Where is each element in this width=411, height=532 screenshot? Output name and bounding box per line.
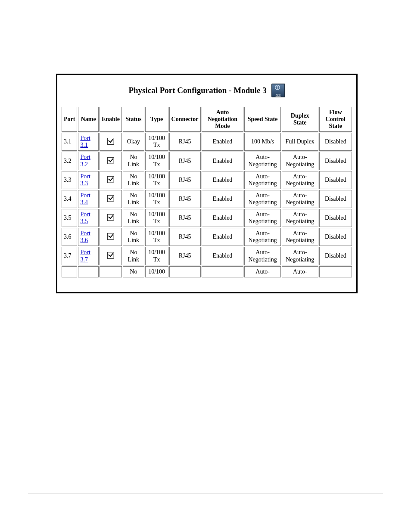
cell-duplex: Auto-Negotiating (282, 247, 318, 265)
cell-auto-neg: Enabled (202, 152, 244, 170)
cell-speed: Auto-Negotiating (244, 247, 281, 265)
cell-speed: Auto-Negotiating (244, 209, 281, 227)
cell-enable (100, 247, 122, 265)
cell-connector: RJ45 (169, 209, 201, 227)
cell-connector: RJ45 (169, 190, 201, 208)
col-speed: Speed State (244, 107, 281, 132)
table-row: No10/100Auto-Auto- (62, 266, 352, 277)
cell-status: Okay (123, 133, 144, 151)
enable-checkbox[interactable] (107, 233, 114, 240)
table-row: 3.1Port 3.1Okay10/100 TxRJ45Enabled100 M… (62, 133, 352, 151)
port-link[interactable]: Port 3.5 (80, 211, 90, 224)
table-row: 3.7Port 3.7No Link10/100 TxRJ45EnabledAu… (62, 247, 352, 265)
cell-status: No Link (123, 209, 144, 227)
col-type: Type (145, 107, 168, 132)
cell-type: 10/100 Tx (145, 228, 168, 246)
cell-speed: Auto-Negotiating (244, 152, 281, 170)
cell-enable (100, 209, 122, 227)
cell-auto-neg: Enabled (202, 209, 244, 227)
cell-speed: Auto-Negotiating (244, 171, 281, 189)
cell-connector: RJ45 (169, 228, 201, 246)
table-scroll-area: Port Name Enable Status Type Connector A… (57, 106, 356, 292)
cell-status: No Link (123, 228, 144, 246)
cell-connector (169, 266, 201, 277)
cell-enable (100, 266, 122, 277)
cell-duplex: Auto- (282, 266, 318, 277)
cell-name: Port 3.3 (78, 171, 98, 189)
cell-type: 10/100 Tx (145, 133, 168, 151)
cell-type: 10/100 Tx (145, 152, 168, 170)
enable-checkbox[interactable] (107, 195, 114, 202)
cell-enable (100, 171, 122, 189)
cell-auto-neg: Enabled (202, 190, 244, 208)
port-link[interactable]: Port 3.4 (80, 192, 90, 205)
table-row: 3.2Port 3.2No Link10/100 TxRJ45EnabledAu… (62, 152, 352, 170)
enable-checkbox[interactable] (107, 157, 114, 164)
table-row: 3.4Port 3.4No Link10/100 TxRJ45EnabledAu… (62, 190, 352, 208)
port-config-table: Port Name Enable Status Type Connector A… (61, 106, 353, 278)
cell-auto-neg: Enabled (202, 133, 244, 151)
cell-name: Port 3.4 (78, 190, 98, 208)
cell-enable (100, 133, 122, 151)
cell-type: 10/100 Tx (145, 190, 168, 208)
cell-port: 3.4 (62, 190, 77, 208)
cell-duplex: Auto-Negotiating (282, 190, 318, 208)
cell-flow: Disabled (319, 247, 352, 265)
cell-flow: Disabled (319, 152, 352, 170)
cell-name: Port 3.5 (78, 209, 98, 227)
table-row: 3.3Port 3.3No Link10/100 TxRJ45EnabledAu… (62, 171, 352, 189)
svg-text:?: ? (276, 86, 278, 90)
cell-type: 10/100 Tx (145, 247, 168, 265)
col-port: Port (62, 107, 77, 132)
cell-status: No Link (123, 171, 144, 189)
cell-port: 3.1 (62, 133, 77, 151)
cell-speed: Auto-Negotiating (244, 190, 281, 208)
port-link[interactable]: Port 3.6 (80, 230, 90, 243)
col-duplex: Duplex State (282, 107, 318, 132)
question-icon: ? (272, 84, 283, 92)
cell-enable (100, 152, 122, 170)
cell-port: 3.2 (62, 152, 77, 170)
enable-checkbox[interactable] (107, 176, 114, 183)
cell-name: Port 3.6 (78, 228, 98, 246)
enable-checkbox[interactable] (107, 252, 114, 259)
cell-duplex: Auto-Negotiating (282, 171, 318, 189)
cell-port (62, 266, 77, 277)
port-link[interactable]: Port 3.1 (80, 135, 90, 148)
cell-name (78, 266, 98, 277)
cell-auto-neg: Enabled (202, 171, 244, 189)
help-button-label: Help (272, 93, 284, 96)
cell-auto-neg (202, 266, 244, 277)
cell-status: No Link (123, 247, 144, 265)
cell-type: 10/100 Tx (145, 209, 168, 227)
cell-port: 3.6 (62, 228, 77, 246)
col-connector: Connector (169, 107, 201, 132)
table-row: 3.6Port 3.6No Link10/100 TxRJ45EnabledAu… (62, 228, 352, 246)
header-divider (28, 39, 383, 39)
cell-flow: Disabled (319, 133, 352, 151)
cell-name: Port 3.7 (78, 247, 98, 265)
port-link[interactable]: Port 3.7 (80, 249, 90, 262)
cell-port: 3.5 (62, 209, 77, 227)
cell-status: No Link (123, 152, 144, 170)
port-link[interactable]: Port 3.3 (80, 173, 90, 187)
cell-flow: Disabled (319, 171, 352, 189)
cell-speed: Auto- (244, 266, 281, 277)
cell-auto-neg: Enabled (202, 228, 244, 246)
cell-connector: RJ45 (169, 133, 201, 151)
col-auto-neg: Auto Negotiation Mode (202, 107, 244, 132)
cell-enable (100, 228, 122, 246)
enable-checkbox[interactable] (107, 214, 114, 221)
cell-auto-neg: Enabled (202, 247, 244, 265)
cell-connector: RJ45 (169, 247, 201, 265)
port-link[interactable]: Port 3.2 (80, 154, 90, 167)
footer-divider (28, 494, 383, 494)
cell-enable (100, 190, 122, 208)
col-flow: Flow Control State (319, 107, 352, 132)
enable-checkbox[interactable] (107, 138, 114, 145)
cell-flow: Disabled (319, 228, 352, 246)
col-name: Name (78, 107, 98, 132)
cell-status: No (123, 266, 144, 277)
help-button[interactable]: ? Help (271, 84, 285, 97)
cell-name: Port 3.1 (78, 133, 98, 151)
